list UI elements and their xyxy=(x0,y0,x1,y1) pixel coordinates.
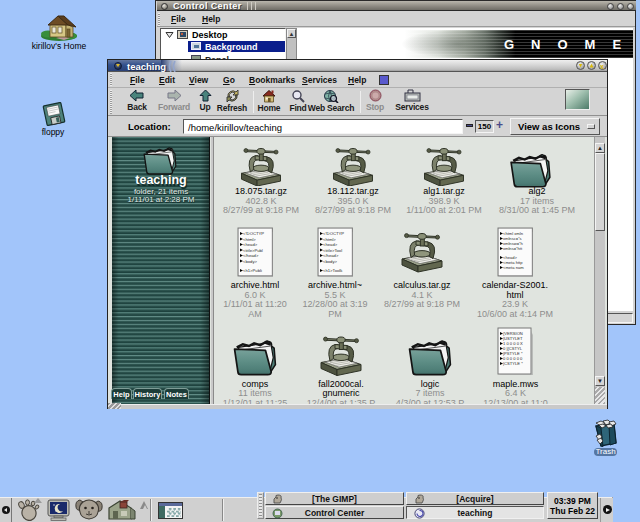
svg-text:<head>: <head> xyxy=(243,242,258,247)
svg-text:<!DOCTYP: <!DOCTYP xyxy=(243,231,264,236)
svg-text:<html>: <html> xyxy=(323,237,336,242)
svg-text:</head>: </head> xyxy=(323,253,339,258)
svg-text:<h1>Publi: <h1>Publi xyxy=(243,268,262,273)
svg-text:|CSTYLE *: |CSTYLE * xyxy=(503,361,523,366)
svg-text:<head>: <head> xyxy=(323,242,338,247)
svg-text:<h1>Toolk: <h1>Toolk xyxy=(323,268,343,273)
svg-text:xmlns="htt: xmlns="htt xyxy=(503,246,523,251)
svg-text:<html>: <html> xyxy=(243,237,256,242)
svg-text:<title>Tool: <title>Tool xyxy=(323,248,342,253)
svg-text:<meta nam: <meta nam xyxy=(503,265,524,270)
svg-text:</head>: </head> xyxy=(243,253,259,258)
svg-text:<body>: <body> xyxy=(323,259,338,264)
svg-text:<title>Publ: <title>Publ xyxy=(243,248,263,253)
svg-text:<!DOCTYP: <!DOCTYP xyxy=(323,231,344,236)
svg-text:<body>: <body> xyxy=(243,259,258,264)
